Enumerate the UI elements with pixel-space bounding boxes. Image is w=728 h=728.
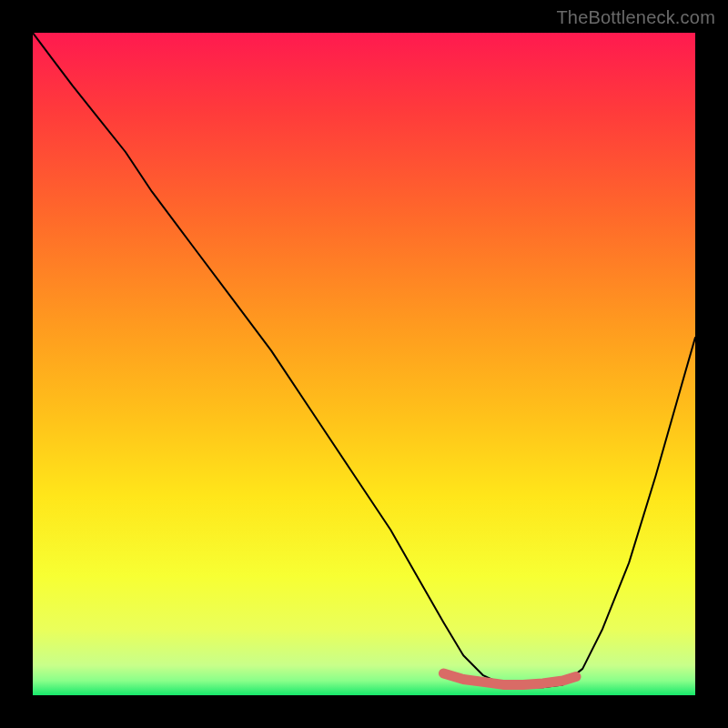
plot-area: [33, 33, 695, 695]
bottleneck-highlight-segment: [443, 673, 576, 684]
watermark-text: TheBottleneck.com: [556, 7, 715, 28]
chart-container: TheBottleneck.com: [0, 0, 728, 728]
curve-layer: [33, 33, 695, 695]
bottleneck-curve: [33, 33, 695, 687]
